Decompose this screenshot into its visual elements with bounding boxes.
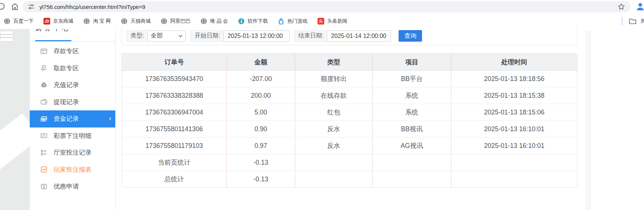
table-cell: BB平台 [372,71,451,87]
table-cell: 系统 [372,104,451,120]
table-header-row: 订单号金额类型项目处理时间 [122,54,577,70]
globe-icon [83,18,90,25]
page-left-margin [0,29,30,210]
query-button[interactable]: 查询 [399,30,422,42]
reload-icon[interactable] [0,2,6,11]
folder-icon[interactable] [628,17,637,26]
table-cell: 0.97 [226,138,295,154]
table-cell: 0.90 [226,121,295,137]
table-cell: BB视讯 [372,121,451,137]
deposit-card-icon [40,48,48,55]
table-cell: 反水 [295,138,372,154]
bookmark-item[interactable]: JD京东商城 [44,18,73,25]
coupon-icon [40,183,48,190]
globe-icon [200,18,207,25]
sidebar-item-label: 厅室投注记录 [54,148,91,157]
sidebar-item-label: 存款专区 [54,47,79,55]
withdraw-hand-icon [40,64,48,72]
page-scrollbar[interactable] [586,31,591,210]
sidebar-item-label: 取款专区 [54,64,79,72]
globe-icon [4,18,10,25]
table-cell [295,171,372,187]
table-cell [372,171,451,187]
bookmark-label: 阿里巴巴 [170,18,190,25]
sidebar-item-withdrawal-records[interactable]: 提现记录 [30,94,115,111]
home-icon[interactable] [10,2,19,11]
sidebar-item-lottery-bet-details[interactable]: 彩票下注明细 [30,127,115,145]
bookmark-item[interactable]: 唯 品 会 [200,18,228,25]
type-select[interactable]: 全部 [147,30,186,42]
globe-icon [161,18,167,25]
table-cell: -207.00 [226,71,295,87]
sidebar-item-recharge-records[interactable]: ¥充值记录 [30,77,115,94]
table-cell: 2025-01-13 18:15:38 [451,87,577,104]
sidebar-section-title: 财务中心 [35,29,71,33]
table-cell [451,154,577,171]
table-row: 17367558011413060.90反水BB视讯2025-01-13 16:… [122,120,577,137]
bookmark-item[interactable]: 热门游戏 [278,18,307,25]
bookmark-item[interactable]: 淘 宝 网 [83,18,111,25]
jd-icon: JD [44,18,50,25]
bookmark-item[interactable]: 头头条新闻 [318,18,347,25]
chevron-down-icon [178,35,183,38]
grid-icon [40,149,48,156]
sidebar-item-label: 彩票下注明细 [54,132,91,140]
table-cell [372,154,451,171]
table-cell: 2025-01-13 18:18:56 [451,71,577,87]
table-header-cell: 处理时间 [451,54,577,70]
table-row: 17367558011791030.97反水AG视讯2025-01-13 16:… [122,137,577,154]
bookmark-item[interactable]: 天猫商城 [121,18,151,25]
table-body: 1736763535943470-207.00额度转出BB平台2025-01-1… [122,70,577,187]
bookmark-label: 天猫商城 [131,18,151,25]
background-diagonal-decoration [0,113,30,173]
bookmark-star-icon[interactable] [617,3,625,11]
address-bar[interactable]: yl756.com/hhcp/usercenter.html?iniType=9 [22,1,631,12]
all-bookmarks-label[interactable]: 所 [641,18,644,25]
records-table: 订单号金额类型项目处理时间 1736763535943470-207.00额度转… [122,53,577,188]
sidebar-item-promo-application[interactable]: 优惠申请 [30,178,115,195]
bookmark-item[interactable]: 阿里巴巴 [161,18,190,25]
penguin-icon [278,18,284,25]
table-cell: 1736755801179103 [122,138,226,154]
table-row: 当前页统计-0.13 [122,154,577,171]
globe-icon [121,18,128,25]
table-cell: 1736763338328388 [122,87,226,104]
table-cell: 2025-01-13 16:10:01 [451,121,577,137]
sidebar-menu: 存款专区取款专区¥充值记录提现记录资金记录›彩票下注明细厅室投注记录玩家投注报表… [30,43,115,195]
table-row: 总统计-0.13 [122,171,577,187]
software-icon [238,18,245,25]
bookmark-item[interactable]: 百度一下 [4,18,33,25]
browser-toolbar: yl756.com/hhcp/usercenter.html?iniType=9 [0,0,644,13]
toutiao-icon: 头 [318,18,324,25]
bookmark-item[interactable]: 软件下载 [238,18,268,25]
start-date-input[interactable] [223,30,290,42]
bookmark-label: 唯 品 会 [210,18,228,25]
table-cell: 1736755801141306 [122,121,226,137]
sidebar-item-label: 玩家投注报表 [54,165,91,174]
bookmarks-divider [622,17,622,25]
table-cell [295,154,372,171]
bookmark-label: 百度一下 [13,18,33,25]
table-cell: -0.13 [226,171,295,187]
start-date-label: 开始日期: [191,30,223,42]
table-cell: 200.00 [226,87,295,104]
sidebar-item-player-bet-report[interactable]: 玩家投注报表 [30,161,115,178]
wallet-icon [40,98,48,106]
table-row: 1736763535943470-207.00额度转出BB平台2025-01-1… [122,70,577,87]
list-icon [40,132,48,139]
sidebar-item-deposit-zone[interactable]: 存款专区 [30,43,115,60]
sidebar-item-withdraw-zone[interactable]: 取款专区 [30,60,115,77]
url-text[interactable]: yl756.com/hhcp/usercenter.html?iniType=9 [39,4,617,10]
site-settings-icon[interactable] [28,3,35,10]
table-row: 1736763338328388200.00在线存款系统2025-01-13 1… [122,87,577,104]
browser-window: yl756.com/hhcp/usercenter.html?iniType=9… [0,0,644,210]
table-row: 17367633069470045.00红包系统2025-01-13 18:15… [122,104,577,120]
moneybag-icon: ¥ [40,81,48,89]
sidebar-item-hall-bet-records[interactable]: 厅室投注记录 [30,144,115,161]
sidebar-section-tab[interactable]: 财务中心 [30,29,115,42]
table-cell: 1736763535943470 [122,71,226,87]
end-date-input[interactable] [327,30,391,42]
end-date-label: 结束日期: [294,30,327,42]
sidebar-item-funds-records[interactable]: 资金记录› [30,110,115,127]
profile-avatar[interactable] [635,2,644,12]
